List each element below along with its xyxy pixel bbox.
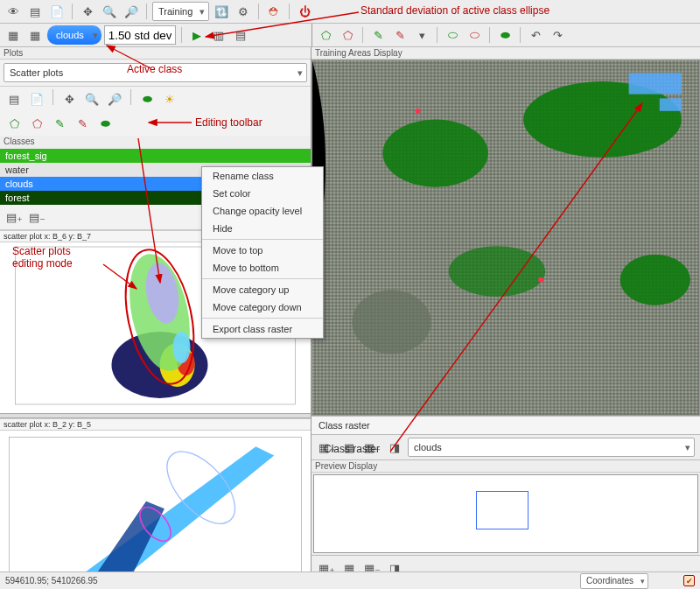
plot-pan-icon[interactable]: ✥ — [60, 89, 79, 109]
preview-view-rect[interactable] — [476, 491, 528, 529]
status-bar: 594610.95; 5410266.95 Coordinates ✔ — [0, 571, 700, 589]
ctx-move-to-bottom[interactable]: Move to bottom — [202, 259, 323, 277]
class-toolbar: ▦ ▦ clouds ▶ ▥ ▤ — [0, 24, 312, 47]
class-context-menu[interactable]: Rename classSet colorChange opacity leve… — [201, 166, 324, 339]
add-raster-icon[interactable]: ▦ — [4, 25, 23, 45]
ctx-set-color[interactable]: Set color — [202, 185, 323, 202]
classes-header: Classes — [0, 136, 311, 147]
plots-selector-combo[interactable]: Scatter plots — [4, 63, 307, 82]
line-new-icon[interactable]: ✎ — [368, 25, 388, 45]
ctx-move-to-top[interactable]: Move to top — [202, 242, 323, 259]
svg-rect-25 — [660, 98, 682, 110]
blob-icon[interactable]: ⬬ — [495, 25, 514, 45]
ctx-change-opacity-level[interactable]: Change opacity level — [202, 202, 323, 220]
plot-add-icon[interactable]: ▤ — [4, 89, 24, 109]
power-icon[interactable]: ⏻ — [295, 2, 314, 21]
stddev-input[interactable] — [104, 25, 176, 45]
status-coords: 594610.95; 5410266.95 — [5, 576, 98, 585]
class-add-icon[interactable]: ▤₊ — [4, 207, 24, 227]
status-mode-combo[interactable]: Coordinates — [580, 573, 648, 589]
class-raster-label-row: Class raster — [312, 416, 700, 434]
raster-del-icon[interactable]: ▦₋ — [362, 438, 382, 457]
edit-line-new-icon[interactable]: ✎ — [50, 114, 69, 133]
ctx-rename-class[interactable]: Rename class — [202, 167, 323, 185]
new-doc-icon[interactable]: 📄 — [47, 2, 66, 21]
edit-poly-new-icon[interactable]: ⬠ — [4, 114, 24, 133]
ctx-hide[interactable]: Hide — [202, 220, 323, 237]
svg-point-21 — [620, 255, 690, 305]
class-raster-toolbar: ▦₊ ▦ ▦₋ ◨ clouds — [312, 434, 700, 460]
eye-icon[interactable]: 👁 — [4, 2, 23, 21]
class-raster-combo[interactable]: clouds — [408, 438, 695, 457]
active-class-combo[interactable]: clouds — [47, 25, 102, 45]
edit-line-del-icon[interactable]: ✎ — [73, 114, 92, 133]
preview-title: Preview Display — [312, 460, 700, 473]
class-del-icon[interactable]: ▤₋ — [27, 207, 46, 227]
refresh-icon[interactable]: 🔃 — [212, 2, 231, 21]
class-raster-label: Class raster — [318, 420, 370, 431]
status-check-icon[interactable]: ✔ — [683, 575, 695, 586]
training-display-title: Training Areas Display — [312, 47, 700, 60]
class-row-forest_sig[interactable]: forest_sig — [0, 149, 311, 163]
svg-point-22 — [449, 246, 546, 297]
area-del-icon[interactable]: ⬭ — [465, 25, 484, 45]
svg-point-26 — [416, 109, 421, 114]
ctx-move-category-up[interactable]: Move category up — [202, 281, 323, 298]
cell-stats-icon[interactable]: ▦ — [25, 25, 45, 45]
zoom-in-icon[interactable]: 🔍 — [100, 2, 119, 21]
undo-icon[interactable]: ↶ — [526, 25, 545, 45]
plot-zoomin-icon[interactable]: 🔍 — [82, 89, 102, 109]
training-map-display[interactable] — [312, 60, 700, 416]
raster-opacity-icon[interactable]: ◨ — [385, 438, 404, 457]
plots-toolbar-1: ▤ 📄 ✥ 🔍 🔎 ⬬ ☀ — [0, 87, 311, 111]
sun-icon[interactable]: ☀ — [160, 89, 179, 109]
redo-icon[interactable]: ↷ — [548, 25, 567, 45]
edit-poly-del-icon[interactable]: ⬠ — [27, 114, 46, 133]
raster-add-icon[interactable]: ▦₊ — [317, 438, 336, 457]
plot-blob-icon[interactable]: ⬬ — [137, 89, 157, 109]
scatter-plot-2[interactable] — [0, 431, 311, 581]
line-del-icon[interactable]: ✎ — [390, 25, 410, 45]
run-tool-icon[interactable]: ▥ — [209, 25, 228, 45]
svg-point-20 — [382, 120, 488, 187]
digitize-toolbar: ⬠ ⬠ ✎ ✎ ▾ ⬭ ⬭ ⬬ ↶ ↷ — [312, 24, 700, 47]
ctx-move-category-down[interactable]: Move category down — [202, 298, 323, 316]
svg-rect-24 — [629, 73, 682, 94]
training-mode-combo[interactable]: Training — [152, 2, 209, 21]
plots-panel-title: Plots — [0, 47, 311, 60]
plot-doc-icon[interactable]: 📄 — [27, 89, 46, 109]
area-new-icon[interactable]: ⬭ — [443, 25, 462, 45]
main-toolbar-1: 👁 ▤ 📄 ✥ 🔍 🔎 Training 🔃 ⚙ ⛑ ⏻ — [0, 0, 700, 24]
svg-point-27 — [538, 277, 543, 283]
plot-zoomout-icon[interactable]: 🔎 — [105, 89, 124, 109]
pan-icon[interactable]: ✥ — [78, 2, 97, 21]
zoom-out-icon[interactable]: 🔎 — [122, 2, 141, 21]
scatter2-label: scatter plot x: B_2 y: B_5 — [0, 418, 311, 431]
polygon-new-icon[interactable]: ⬠ — [316, 25, 335, 45]
ctx-export-class-raster[interactable]: Export class raster — [202, 320, 323, 338]
run-icon[interactable]: ▶ — [187, 25, 206, 45]
vertex-tool-icon[interactable]: ▾ — [412, 25, 431, 45]
polygon-del-icon[interactable]: ⬠ — [338, 25, 357, 45]
export-icon[interactable]: ▤ — [231, 25, 250, 45]
edit-blob-icon[interactable]: ⬬ — [95, 114, 115, 133]
add-layer-icon[interactable]: ▤ — [25, 2, 45, 21]
settings-icon[interactable]: ⚙ — [234, 2, 253, 21]
help-icon[interactable]: ⛑ — [264, 2, 284, 21]
raster-import-icon[interactable]: ▦ — [340, 438, 359, 457]
preview-display[interactable] — [313, 474, 698, 553]
plots-toolbar-2: ⬠ ⬠ ✎ ✎ ⬬ — [0, 111, 311, 136]
svg-point-23 — [352, 290, 430, 354]
svg-point-7 — [173, 332, 191, 363]
